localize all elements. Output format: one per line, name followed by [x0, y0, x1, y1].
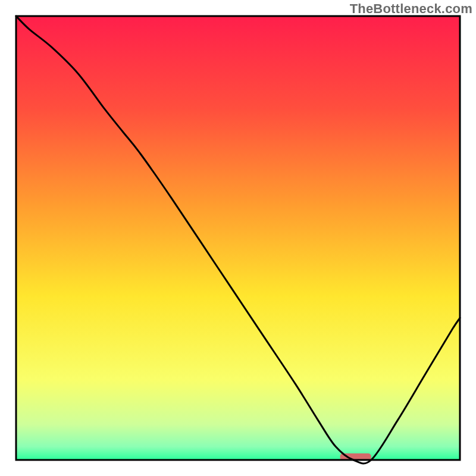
- plot-background: [16, 16, 460, 460]
- chart-root: TheBottleneck.com: [0, 0, 476, 476]
- chart-svg: [0, 0, 476, 476]
- plot-area: [0, 0, 476, 476]
